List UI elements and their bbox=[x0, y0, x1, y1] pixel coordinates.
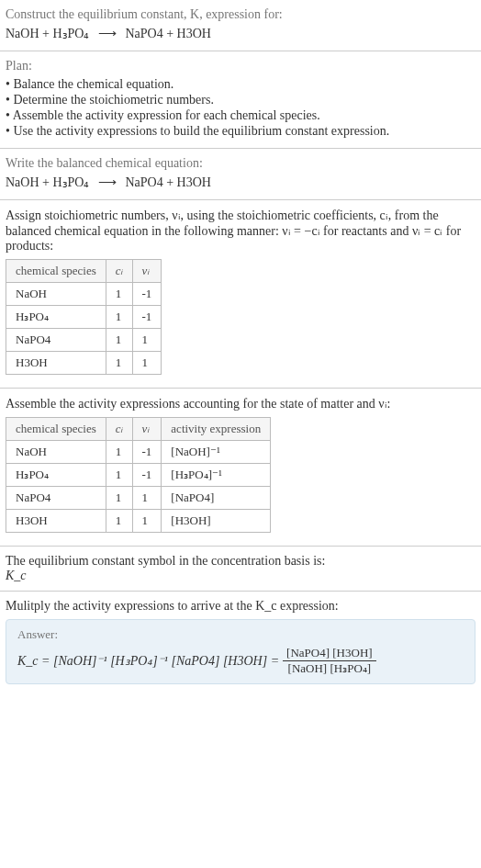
cell-ci: 1 bbox=[106, 306, 132, 329]
col-ci: cᵢ bbox=[106, 418, 132, 441]
cell-activity: [H₃PO₄]⁻¹ bbox=[162, 464, 271, 487]
kc-numerator: [NaPO4] [H3OH] bbox=[283, 646, 376, 661]
activity-intro: Assemble the activity expressions accoun… bbox=[6, 396, 475, 411]
plan-item: • Determine the stoichiometric numbers. bbox=[6, 93, 475, 107]
plan-section: Plan: • Balance the chemical equation. •… bbox=[0, 51, 481, 149]
arrow-icon: ⟶ bbox=[98, 26, 117, 41]
plan-item: • Balance the chemical equation. bbox=[6, 77, 475, 92]
arrow-icon: ⟶ bbox=[98, 175, 117, 190]
plan-title: Plan: bbox=[6, 59, 475, 73]
plan-item: • Use the activity expressions to build … bbox=[6, 124, 475, 139]
answer-label: Answer: bbox=[17, 627, 464, 642]
cell-species: NaPO4 bbox=[6, 487, 106, 510]
symbol-intro: The equilibrium constant symbol in the c… bbox=[6, 554, 475, 569]
balanced-prompt: Write the balanced chemical equation: bbox=[6, 156, 475, 171]
cell-ci: 1 bbox=[106, 283, 132, 306]
plan-item: • Assemble the activity expression for e… bbox=[6, 108, 475, 123]
cell-species: H₃PO₄ bbox=[6, 464, 106, 487]
multiply-intro: Mulitply the activity expressions to arr… bbox=[6, 599, 475, 614]
kc-symbol: K_c bbox=[6, 569, 475, 583]
balanced-equation: NaOH + H₃PO₄ ⟶ NaPO4 + H3OH bbox=[6, 175, 475, 190]
cell-activity: [H3OH] bbox=[162, 510, 271, 533]
cell-nui: -1 bbox=[132, 441, 162, 464]
prompt-text: Construct the equilibrium constant, K, e… bbox=[6, 7, 475, 22]
cell-ci: 1 bbox=[106, 510, 132, 533]
answer-box: Answer: K_c = [NaOH]⁻¹ [H₃PO₄]⁻¹ [NaPO4]… bbox=[6, 619, 475, 684]
table-row: NaOH 1 -1 bbox=[6, 283, 162, 306]
symbol-section: The equilibrium constant symbol in the c… bbox=[0, 547, 481, 592]
stoich-section: Assign stoichiometric numbers, νᵢ, using… bbox=[0, 200, 481, 389]
cell-nui: 1 bbox=[132, 487, 162, 510]
cell-ci: 1 bbox=[106, 352, 132, 375]
cell-activity: [NaOH]⁻¹ bbox=[162, 441, 271, 464]
table-row: H3OH 1 1 [H3OH] bbox=[6, 510, 271, 533]
kc-expression: K_c = [NaOH]⁻¹ [H₃PO₄]⁻¹ [NaPO4] [H3OH] … bbox=[17, 646, 464, 676]
cell-ci: 1 bbox=[106, 464, 132, 487]
col-activity: activity expression bbox=[162, 418, 271, 441]
cell-species: NaOH bbox=[6, 441, 106, 464]
cell-nui: -1 bbox=[132, 283, 162, 306]
cell-species: H3OH bbox=[6, 352, 106, 375]
cell-ci: 1 bbox=[106, 441, 132, 464]
stoich-table: chemical species cᵢ νᵢ NaOH 1 -1 H₃PO₄ 1… bbox=[6, 259, 162, 375]
prompt-section: Construct the equilibrium constant, K, e… bbox=[0, 0, 481, 51]
cell-nui: -1 bbox=[132, 464, 162, 487]
cell-ci: 1 bbox=[106, 329, 132, 352]
stoich-intro: Assign stoichiometric numbers, νᵢ, using… bbox=[6, 208, 475, 254]
kc-fraction: [NaPO4] [H3OH] [NaOH] [H₃PO₄] bbox=[283, 646, 376, 676]
col-ci: cᵢ bbox=[106, 260, 132, 283]
multiply-section: Mulitply the activity expressions to arr… bbox=[0, 592, 481, 692]
cell-nui: 1 bbox=[132, 352, 162, 375]
cell-species: NaOH bbox=[6, 283, 106, 306]
table-row: NaOH 1 -1 [NaOH]⁻¹ bbox=[6, 441, 271, 464]
activity-section: Assemble the activity expressions accoun… bbox=[0, 389, 481, 547]
kc-denominator: [NaOH] [H₃PO₄] bbox=[285, 661, 375, 676]
col-nui: νᵢ bbox=[132, 260, 162, 283]
table-header-row: chemical species cᵢ νᵢ activity expressi… bbox=[6, 418, 271, 441]
cell-species: NaPO4 bbox=[6, 329, 106, 352]
table-row: H₃PO₄ 1 -1 bbox=[6, 306, 162, 329]
cell-nui: 1 bbox=[132, 510, 162, 533]
col-nui: νᵢ bbox=[132, 418, 162, 441]
balanced-lhs: NaOH + H₃PO₄ bbox=[6, 175, 89, 189]
table-row: NaPO4 1 1 bbox=[6, 329, 162, 352]
balanced-section: Write the balanced chemical equation: Na… bbox=[0, 149, 481, 200]
cell-activity: [NaPO4] bbox=[162, 487, 271, 510]
table-row: NaPO4 1 1 [NaPO4] bbox=[6, 487, 271, 510]
cell-nui: 1 bbox=[132, 329, 162, 352]
col-species: chemical species bbox=[6, 418, 106, 441]
kc-lhs: K_c = [NaOH]⁻¹ [H₃PO₄]⁻¹ [NaPO4] [H3OH] … bbox=[17, 653, 279, 669]
cell-ci: 1 bbox=[106, 487, 132, 510]
col-species: chemical species bbox=[6, 260, 106, 283]
activity-table: chemical species cᵢ νᵢ activity expressi… bbox=[6, 417, 271, 533]
cell-species: H3OH bbox=[6, 510, 106, 533]
cell-nui: -1 bbox=[132, 306, 162, 329]
equation-lhs: NaOH + H₃PO₄ bbox=[6, 27, 89, 40]
reaction-equation: NaOH + H₃PO₄ ⟶ NaPO4 + H3OH bbox=[6, 26, 475, 41]
table-row: H3OH 1 1 bbox=[6, 352, 162, 375]
table-row: H₃PO₄ 1 -1 [H₃PO₄]⁻¹ bbox=[6, 464, 271, 487]
equation-rhs: NaPO4 + H3OH bbox=[125, 27, 210, 40]
cell-species: H₃PO₄ bbox=[6, 306, 106, 329]
balanced-rhs: NaPO4 + H3OH bbox=[125, 175, 210, 189]
table-header-row: chemical species cᵢ νᵢ bbox=[6, 260, 162, 283]
plan-list: • Balance the chemical equation. • Deter… bbox=[6, 77, 475, 139]
